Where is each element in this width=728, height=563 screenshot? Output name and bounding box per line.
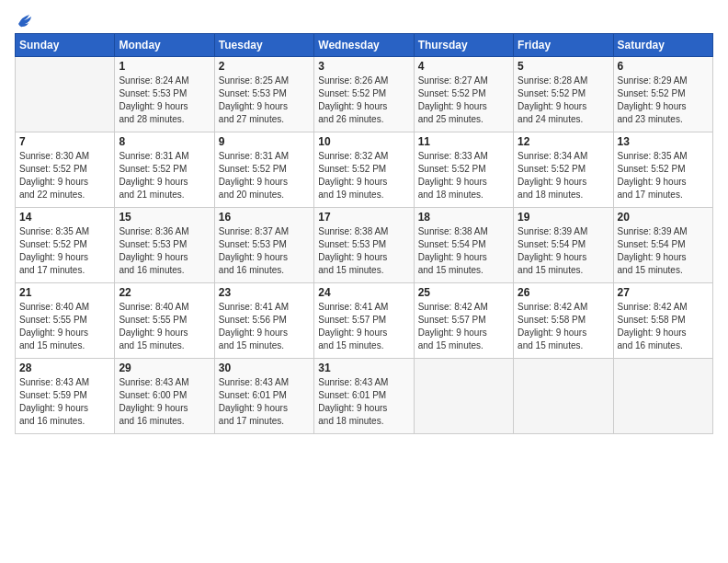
day-info: Sunrise: 8:34 AMSunset: 5:52 PMDaylight:… xyxy=(518,150,609,201)
calendar-cell: 4Sunrise: 8:27 AMSunset: 5:52 PMDaylight… xyxy=(414,57,513,132)
calendar-table: SundayMondayTuesdayWednesdayThursdayFrid… xyxy=(15,33,713,434)
calendar-week-row: 7Sunrise: 8:30 AMSunset: 5:52 PMDaylight… xyxy=(16,132,713,208)
day-info: Sunrise: 8:42 AMSunset: 5:57 PMDaylight:… xyxy=(418,301,509,352)
calendar-header-saturday: Saturday xyxy=(613,34,712,57)
calendar-cell: 26Sunrise: 8:42 AMSunset: 5:58 PMDayligh… xyxy=(514,283,613,359)
calendar-cell: 16Sunrise: 8:37 AMSunset: 5:53 PMDayligh… xyxy=(214,208,313,283)
calendar-cell: 22Sunrise: 8:40 AMSunset: 5:55 PMDayligh… xyxy=(115,283,214,359)
day-info: Sunrise: 8:29 AMSunset: 5:52 PMDaylight:… xyxy=(618,75,709,126)
day-info: Sunrise: 8:42 AMSunset: 5:58 PMDaylight:… xyxy=(518,301,609,352)
calendar-cell: 30Sunrise: 8:43 AMSunset: 6:01 PMDayligh… xyxy=(214,359,313,434)
calendar-cell: 29Sunrise: 8:43 AMSunset: 6:00 PMDayligh… xyxy=(115,359,214,434)
calendar-cell: 11Sunrise: 8:33 AMSunset: 5:52 PMDayligh… xyxy=(414,132,513,208)
day-number: 12 xyxy=(518,135,609,148)
calendar-cell: 8Sunrise: 8:31 AMSunset: 5:52 PMDaylight… xyxy=(115,132,214,208)
day-number: 24 xyxy=(318,286,409,299)
day-info: Sunrise: 8:39 AMSunset: 5:54 PMDaylight:… xyxy=(618,225,709,277)
day-info: Sunrise: 8:28 AMSunset: 5:52 PMDaylight:… xyxy=(518,75,609,126)
day-info: Sunrise: 8:40 AMSunset: 5:55 PMDaylight:… xyxy=(119,301,210,352)
calendar-cell: 6Sunrise: 8:29 AMSunset: 5:52 PMDaylight… xyxy=(613,57,712,132)
day-number: 30 xyxy=(219,362,310,374)
day-number: 8 xyxy=(119,135,210,148)
calendar-header-tuesday: Tuesday xyxy=(214,34,313,57)
day-info: Sunrise: 8:31 AMSunset: 5:52 PMDaylight:… xyxy=(219,150,310,201)
calendar-week-row: 21Sunrise: 8:40 AMSunset: 5:55 PMDayligh… xyxy=(16,283,713,359)
logo-bird-icon xyxy=(15,11,35,31)
calendar-week-row: 14Sunrise: 8:35 AMSunset: 5:52 PMDayligh… xyxy=(16,208,713,283)
calendar-cell: 12Sunrise: 8:34 AMSunset: 5:52 PMDayligh… xyxy=(514,132,613,208)
calendar-cell: 14Sunrise: 8:35 AMSunset: 5:52 PMDayligh… xyxy=(16,208,115,283)
day-info: Sunrise: 8:43 AMSunset: 6:00 PMDaylight:… xyxy=(119,376,210,428)
day-info: Sunrise: 8:39 AMSunset: 5:54 PMDaylight:… xyxy=(518,225,609,277)
calendar-cell xyxy=(16,57,115,132)
day-number: 23 xyxy=(219,286,310,299)
day-info: Sunrise: 8:38 AMSunset: 5:54 PMDaylight:… xyxy=(418,225,509,277)
day-number: 17 xyxy=(318,211,409,224)
logo xyxy=(15,11,35,28)
day-info: Sunrise: 8:41 AMSunset: 5:56 PMDaylight:… xyxy=(219,301,310,352)
day-number: 7 xyxy=(19,135,110,148)
calendar-cell: 28Sunrise: 8:43 AMSunset: 5:59 PMDayligh… xyxy=(16,359,115,434)
day-number: 4 xyxy=(418,60,509,73)
day-number: 28 xyxy=(19,362,110,374)
calendar-cell: 15Sunrise: 8:36 AMSunset: 5:53 PMDayligh… xyxy=(115,208,214,283)
day-info: Sunrise: 8:24 AMSunset: 5:53 PMDaylight:… xyxy=(119,75,210,126)
day-number: 11 xyxy=(418,135,509,148)
day-number: 27 xyxy=(618,286,709,299)
day-info: Sunrise: 8:38 AMSunset: 5:53 PMDaylight:… xyxy=(318,225,409,277)
day-info: Sunrise: 8:27 AMSunset: 5:52 PMDaylight:… xyxy=(418,75,509,126)
day-info: Sunrise: 8:32 AMSunset: 5:52 PMDaylight:… xyxy=(318,150,409,201)
calendar-cell: 18Sunrise: 8:38 AMSunset: 5:54 PMDayligh… xyxy=(414,208,513,283)
calendar-cell xyxy=(613,359,712,434)
day-number: 2 xyxy=(219,60,310,73)
header xyxy=(15,11,713,28)
day-number: 5 xyxy=(518,60,609,73)
calendar-cell: 20Sunrise: 8:39 AMSunset: 5:54 PMDayligh… xyxy=(613,208,712,283)
day-info: Sunrise: 8:26 AMSunset: 5:52 PMDaylight:… xyxy=(318,75,409,126)
day-number: 26 xyxy=(518,286,609,299)
calendar-cell: 7Sunrise: 8:30 AMSunset: 5:52 PMDaylight… xyxy=(16,132,115,208)
day-number: 25 xyxy=(418,286,509,299)
day-info: Sunrise: 8:33 AMSunset: 5:52 PMDaylight:… xyxy=(418,150,509,201)
calendar-cell: 10Sunrise: 8:32 AMSunset: 5:52 PMDayligh… xyxy=(314,132,414,208)
calendar-week-row: 1Sunrise: 8:24 AMSunset: 5:53 PMDaylight… xyxy=(16,57,713,132)
calendar-cell: 21Sunrise: 8:40 AMSunset: 5:55 PMDayligh… xyxy=(16,283,115,359)
day-info: Sunrise: 8:40 AMSunset: 5:55 PMDaylight:… xyxy=(19,301,110,352)
calendar-cell: 13Sunrise: 8:35 AMSunset: 5:52 PMDayligh… xyxy=(613,132,712,208)
day-number: 21 xyxy=(19,286,110,299)
calendar-cell: 23Sunrise: 8:41 AMSunset: 5:56 PMDayligh… xyxy=(214,283,313,359)
calendar-header-row: SundayMondayTuesdayWednesdayThursdayFrid… xyxy=(16,34,713,57)
calendar-cell: 24Sunrise: 8:41 AMSunset: 5:57 PMDayligh… xyxy=(314,283,414,359)
day-number: 14 xyxy=(19,211,110,224)
calendar-cell: 17Sunrise: 8:38 AMSunset: 5:53 PMDayligh… xyxy=(314,208,414,283)
calendar-cell: 31Sunrise: 8:43 AMSunset: 6:01 PMDayligh… xyxy=(314,359,414,434)
calendar-header-friday: Friday xyxy=(514,34,613,57)
day-number: 6 xyxy=(618,60,709,73)
day-number: 20 xyxy=(618,211,709,224)
day-number: 1 xyxy=(119,60,210,73)
day-info: Sunrise: 8:43 AMSunset: 6:01 PMDaylight:… xyxy=(318,376,409,428)
day-info: Sunrise: 8:31 AMSunset: 5:52 PMDaylight:… xyxy=(119,150,210,201)
day-info: Sunrise: 8:35 AMSunset: 5:52 PMDaylight:… xyxy=(618,150,709,201)
day-number: 9 xyxy=(219,135,310,148)
calendar-cell: 1Sunrise: 8:24 AMSunset: 5:53 PMDaylight… xyxy=(115,57,214,132)
day-number: 31 xyxy=(318,362,409,374)
calendar-header-wednesday: Wednesday xyxy=(314,34,414,57)
day-number: 3 xyxy=(318,60,409,73)
day-number: 15 xyxy=(119,211,210,224)
day-info: Sunrise: 8:42 AMSunset: 5:58 PMDaylight:… xyxy=(618,301,709,352)
calendar-cell: 25Sunrise: 8:42 AMSunset: 5:57 PMDayligh… xyxy=(414,283,513,359)
day-info: Sunrise: 8:35 AMSunset: 5:52 PMDaylight:… xyxy=(19,225,110,277)
day-number: 18 xyxy=(418,211,509,224)
day-info: Sunrise: 8:25 AMSunset: 5:53 PMDaylight:… xyxy=(219,75,310,126)
calendar-cell xyxy=(514,359,613,434)
calendar-header-monday: Monday xyxy=(115,34,214,57)
calendar-cell: 2Sunrise: 8:25 AMSunset: 5:53 PMDaylight… xyxy=(214,57,313,132)
day-number: 29 xyxy=(119,362,210,374)
calendar-cell: 19Sunrise: 8:39 AMSunset: 5:54 PMDayligh… xyxy=(514,208,613,283)
calendar-header-thursday: Thursday xyxy=(414,34,513,57)
day-info: Sunrise: 8:43 AMSunset: 5:59 PMDaylight:… xyxy=(19,376,110,428)
day-number: 10 xyxy=(318,135,409,148)
calendar-cell: 3Sunrise: 8:26 AMSunset: 5:52 PMDaylight… xyxy=(314,57,414,132)
day-info: Sunrise: 8:30 AMSunset: 5:52 PMDaylight:… xyxy=(19,150,110,201)
